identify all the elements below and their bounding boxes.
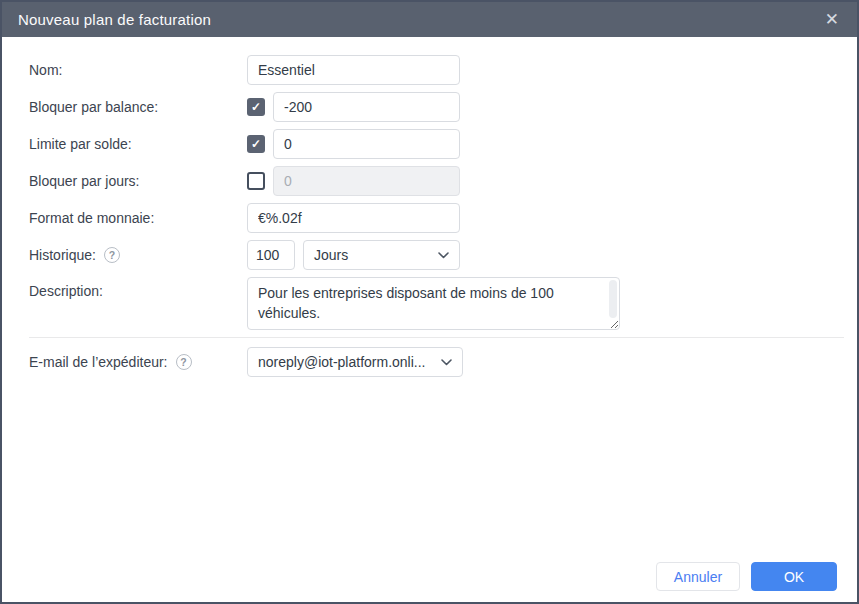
ok-button[interactable]: OK (751, 562, 837, 591)
row-sender-email: E-mail de l’expéditeur: ? noreply@iot-pl… (29, 347, 844, 377)
row-block-balance: Bloquer par balance: ✓ (29, 92, 844, 122)
description-textarea[interactable]: Pour les entreprises disposant de moins … (247, 277, 620, 330)
history-value-input[interactable] (247, 240, 295, 270)
section-divider (29, 337, 844, 338)
row-block-days: Bloquer par jours: (29, 166, 844, 196)
textarea-scrollbar-thumb[interactable] (609, 280, 617, 318)
checkmark-icon: ✓ (251, 138, 261, 150)
currency-format-label: Format de monnaie: (29, 210, 154, 226)
new-billing-plan-dialog: Nouveau plan de facturation ✕ Nom: Bloqu… (0, 0, 859, 604)
sender-email-select[interactable]: noreply@iot-platform.onli... (247, 347, 463, 377)
row-limit-balance: Limite par solde: ✓ (29, 129, 844, 159)
block-days-input (273, 166, 460, 196)
help-icon[interactable]: ? (176, 354, 192, 370)
history-label: Historique: (29, 247, 96, 263)
dialog-title: Nouveau plan de facturation (18, 11, 211, 28)
limit-balance-checkbox[interactable]: ✓ (247, 135, 265, 153)
chevron-down-icon (438, 252, 449, 259)
block-balance-input[interactable] (273, 92, 460, 122)
close-icon[interactable]: ✕ (821, 9, 843, 30)
limit-balance-input[interactable] (273, 129, 460, 159)
row-nom: Nom: (29, 55, 844, 85)
history-unit-value: Jours (314, 247, 348, 263)
row-history: Historique: ? Jours (29, 240, 844, 270)
sender-email-label: E-mail de l’expéditeur: (29, 354, 168, 370)
cancel-button[interactable]: Annuler (656, 562, 740, 591)
block-balance-label: Bloquer par balance: (29, 99, 158, 115)
sender-email-value: noreply@iot-platform.onli... (258, 354, 426, 370)
nom-label: Nom: (29, 62, 62, 78)
currency-format-input[interactable] (247, 203, 460, 233)
description-label: Description: (29, 283, 103, 299)
nom-input[interactable] (247, 55, 460, 85)
dialog-footer: Annuler OK (656, 562, 837, 591)
row-currency-format: Format de monnaie: (29, 203, 844, 233)
checkmark-icon: ✓ (251, 101, 261, 113)
history-unit-select[interactable]: Jours (303, 240, 460, 270)
row-description: Description: Pour les entreprises dispos… (29, 277, 844, 330)
dialog-titlebar: Nouveau plan de facturation ✕ (2, 2, 857, 37)
block-balance-checkbox[interactable]: ✓ (247, 98, 265, 116)
chevron-down-icon (441, 359, 452, 366)
help-icon[interactable]: ? (104, 247, 120, 263)
limit-balance-label: Limite par solde: (29, 136, 132, 152)
block-days-label: Bloquer par jours: (29, 173, 140, 189)
block-days-checkbox[interactable] (247, 172, 265, 190)
dialog-body: Nom: Bloquer par balance: ✓ Limite par s… (2, 37, 857, 602)
